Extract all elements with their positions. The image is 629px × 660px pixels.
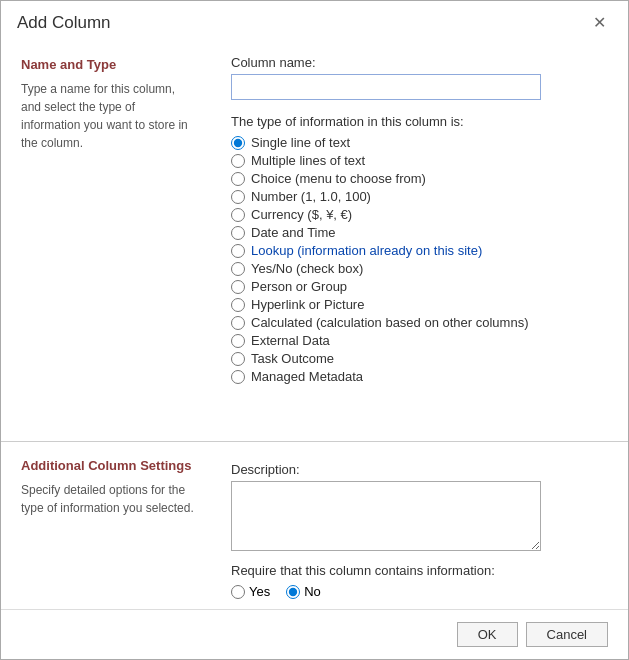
bottom-section: Additional Column Settings Specify detai…	[1, 442, 628, 609]
type-radio-single_line[interactable]	[231, 136, 245, 150]
require-radio-no[interactable]	[286, 585, 300, 599]
dialog-footer: OK Cancel	[1, 609, 628, 659]
type-radio-item: Choice (menu to choose from)	[231, 171, 608, 186]
type-radio-calculated[interactable]	[231, 316, 245, 330]
type-label-currency[interactable]: Currency ($, ¥, €)	[251, 207, 352, 222]
require-radio-label-no[interactable]: No	[286, 584, 321, 599]
type-label-datetime[interactable]: Date and Time	[251, 225, 336, 240]
description-label: Description:	[231, 462, 608, 477]
additional-desc: Specify detailed options for the type of…	[21, 481, 195, 517]
type-radio-task_outcome[interactable]	[231, 352, 245, 366]
type-radio-item: Calculated (calculation based on other c…	[231, 315, 608, 330]
type-radio-list: Single line of textMultiple lines of tex…	[231, 135, 608, 384]
type-radio-managed_meta[interactable]	[231, 370, 245, 384]
type-label-yesno[interactable]: Yes/No (check box)	[251, 261, 363, 276]
additional-left-panel: Additional Column Settings Specify detai…	[1, 442, 211, 609]
require-option-text-no: No	[304, 584, 321, 599]
left-panel: Name and Type Type a name for this colum…	[1, 41, 211, 441]
type-label-external[interactable]: External Data	[251, 333, 330, 348]
type-radio-item: Number (1, 1.0, 100)	[231, 189, 608, 204]
type-radio-lookup[interactable]	[231, 244, 245, 258]
type-radio-external[interactable]	[231, 334, 245, 348]
name-type-heading: Name and Type	[21, 57, 195, 72]
type-radio-item: Multiple lines of text	[231, 153, 608, 168]
type-label-number[interactable]: Number (1, 1.0, 100)	[251, 189, 371, 204]
dialog-title: Add Column	[17, 13, 111, 33]
type-radio-item: External Data	[231, 333, 608, 348]
description-input[interactable]	[231, 481, 541, 551]
right-panel: Column name: The type of information in …	[211, 41, 628, 441]
type-label-task_outcome[interactable]: Task Outcome	[251, 351, 334, 366]
type-radio-choice[interactable]	[231, 172, 245, 186]
type-label-choice[interactable]: Choice (menu to choose from)	[251, 171, 426, 186]
additional-heading: Additional Column Settings	[21, 458, 195, 473]
type-radio-currency[interactable]	[231, 208, 245, 222]
type-radio-item: Yes/No (check box)	[231, 261, 608, 276]
type-radio-item: Single line of text	[231, 135, 608, 150]
title-bar: Add Column ✕	[1, 1, 628, 41]
type-label-calculated[interactable]: Calculated (calculation based on other c…	[251, 315, 529, 330]
type-radio-item: Currency ($, ¥, €)	[231, 207, 608, 222]
type-label-person[interactable]: Person or Group	[251, 279, 347, 294]
type-label-hyperlink[interactable]: Hyperlink or Picture	[251, 297, 364, 312]
require-radio-label-yes[interactable]: Yes	[231, 584, 270, 599]
require-option-text-yes: Yes	[249, 584, 270, 599]
type-link-lookup[interactable]: Lookup (information already on this site…	[251, 243, 482, 258]
type-radio-multi_line[interactable]	[231, 154, 245, 168]
type-radio-datetime[interactable]	[231, 226, 245, 240]
type-radio-item: Person or Group	[231, 279, 608, 294]
column-name-input[interactable]	[231, 74, 541, 100]
close-button[interactable]: ✕	[587, 13, 612, 33]
ok-button[interactable]: OK	[457, 622, 518, 647]
type-radio-yesno[interactable]	[231, 262, 245, 276]
require-label: Require that this column contains inform…	[231, 563, 608, 578]
type-info-label: The type of information in this column i…	[231, 114, 608, 129]
type-radio-item: Lookup (information already on this site…	[231, 243, 608, 258]
type-radio-item: Managed Metadata	[231, 369, 608, 384]
column-name-label: Column name:	[231, 55, 608, 70]
cancel-button[interactable]: Cancel	[526, 622, 608, 647]
dialog-body: Name and Type Type a name for this colum…	[1, 41, 628, 441]
type-label-lookup[interactable]: Lookup (information already on this site…	[251, 243, 482, 258]
require-radio-group: YesNo	[231, 584, 608, 599]
type-radio-item: Task Outcome	[231, 351, 608, 366]
type-radio-item: Hyperlink or Picture	[231, 297, 608, 312]
require-radio-yes[interactable]	[231, 585, 245, 599]
type-radio-person[interactable]	[231, 280, 245, 294]
type-radio-hyperlink[interactable]	[231, 298, 245, 312]
additional-right-panel: Description: Require that this column co…	[211, 442, 628, 609]
type-label-single_line[interactable]: Single line of text	[251, 135, 350, 150]
type-radio-item: Date and Time	[231, 225, 608, 240]
type-label-managed_meta[interactable]: Managed Metadata	[251, 369, 363, 384]
type-radio-number[interactable]	[231, 190, 245, 204]
name-type-desc: Type a name for this column, and select …	[21, 80, 195, 152]
type-label-multi_line[interactable]: Multiple lines of text	[251, 153, 365, 168]
add-column-dialog: Add Column ✕ Name and Type Type a name f…	[0, 0, 629, 660]
